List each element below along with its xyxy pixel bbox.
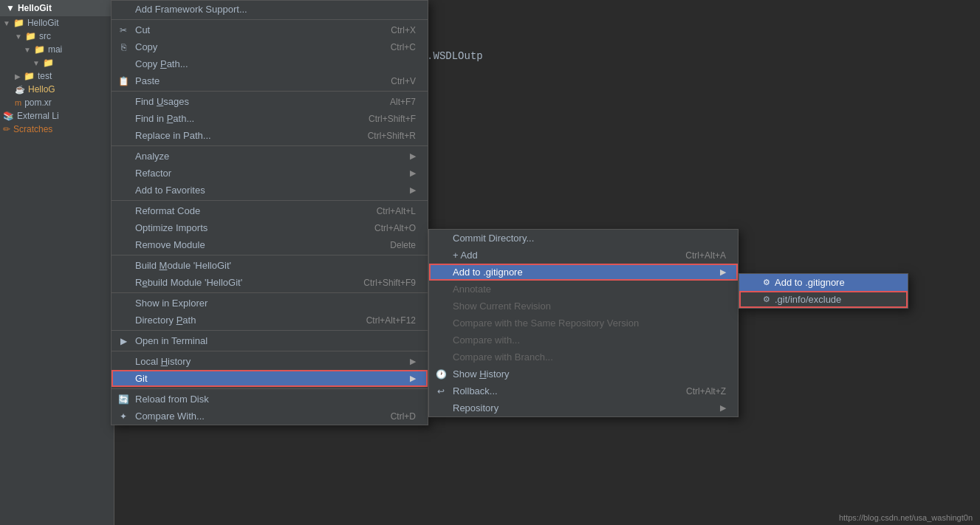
copy-icon: ⎘ bbox=[116, 42, 131, 52]
shortcut-label: Delete bbox=[390, 240, 416, 250]
sidebar-item-scratches[interactable]: ✏ Scratches bbox=[0, 123, 114, 136]
menu-item-label: Reload from Disk bbox=[135, 394, 416, 405]
shortcut-label: Ctrl+Shift+F bbox=[369, 114, 416, 124]
menu-item-label: Refactor bbox=[135, 168, 410, 179]
menu-paste[interactable]: 📋 Paste Ctrl+V bbox=[112, 72, 428, 89]
item-label: HelloGit bbox=[27, 18, 59, 28]
menu-cut[interactable]: ✂ Cut Ctrl+X bbox=[112, 21, 428, 38]
menu-copy-path[interactable]: Copy Path... bbox=[112, 55, 428, 72]
history-icon: 🕐 bbox=[434, 369, 448, 380]
link-text: https://blog.csdn.net/usa_washingt0n bbox=[839, 513, 973, 522]
sidebar-item-hellog[interactable]: ☕ HelloG bbox=[0, 83, 114, 96]
menu-item-label: Analyze bbox=[135, 151, 410, 162]
bottom-link: https://blog.csdn.net/usa_washingt0n bbox=[839, 513, 973, 522]
menu-item-label: Replace in Path... bbox=[135, 130, 346, 141]
menu-item-label: Show History bbox=[453, 368, 726, 380]
item-label: pom.xr bbox=[24, 97, 52, 108]
menu-item-label: Rebuild Module 'HelloGit' bbox=[135, 277, 341, 288]
shortcut-label: Ctrl+C bbox=[391, 42, 416, 52]
sidebar-item-pom[interactable]: m pom.xr bbox=[0, 96, 114, 109]
item-label: mai bbox=[48, 44, 62, 55]
sidebar-item-sub[interactable]: ▼ 📁 bbox=[0, 56, 114, 69]
menu-reload-disk[interactable]: 🔄 Reload from Disk bbox=[112, 391, 428, 408]
rollback-icon: ↩ bbox=[434, 386, 448, 397]
shortcut-label: Ctrl+Shift+R bbox=[368, 131, 416, 141]
menu-item-label: Compare With... bbox=[135, 411, 369, 422]
menu-build-module[interactable]: Build Module 'HelloGit' bbox=[112, 257, 428, 274]
git-rollback[interactable]: ↩ Rollback... Ctrl+Alt+Z bbox=[429, 382, 738, 399]
git-annotate: Annotate bbox=[429, 281, 738, 298]
terminal-icon: ▶ bbox=[116, 336, 131, 346]
git-add[interactable]: + Add Ctrl+Alt+A bbox=[429, 247, 738, 264]
sidebar-item-src[interactable]: ▼ 📁 src bbox=[0, 30, 114, 43]
git-compare-branch: Compare with Branch... bbox=[429, 349, 738, 366]
gitignore-add-icon: ⚙ bbox=[763, 278, 770, 287]
menu-item-label: Optimize Imports bbox=[135, 222, 352, 233]
menu-remove-module[interactable]: Remove Module Delete bbox=[112, 236, 428, 253]
git-add-gitignore[interactable]: Add to .gitignore ▶ bbox=[429, 264, 738, 281]
menu-directory-path[interactable]: Directory Path Ctrl+Alt+F12 bbox=[112, 312, 428, 329]
folder-icon: 📁 bbox=[25, 31, 36, 41]
menu-add-favorites[interactable]: Add to Favorites ▶ bbox=[112, 182, 428, 199]
menu-copy[interactable]: ⎘ Copy Ctrl+C bbox=[112, 38, 428, 55]
sidebar-item-external[interactable]: 📚 External Li bbox=[0, 109, 114, 123]
menu-item-label: Local History bbox=[135, 356, 410, 367]
menu-analyze[interactable]: Analyze ▶ bbox=[112, 148, 428, 165]
menu-replace-in-path[interactable]: Replace in Path... Ctrl+Shift+R bbox=[112, 127, 428, 144]
git-commit-directory[interactable]: Commit Directory... bbox=[429, 230, 738, 247]
menu-add-framework[interactable]: Add Framework Support... bbox=[112, 1, 428, 18]
git-compare-same: Compare with the Same Repository Version bbox=[429, 315, 738, 332]
menu-item-label: Commit Directory... bbox=[453, 233, 726, 244]
shortcut-label: Alt+F7 bbox=[390, 97, 416, 107]
reload-icon: 🔄 bbox=[116, 394, 131, 405]
menu-find-usages[interactable]: Find Usages Alt+F7 bbox=[112, 93, 428, 110]
folder-icon: 📚 bbox=[3, 111, 14, 121]
gitignore-add[interactable]: ⚙ Add to .gitignore bbox=[739, 274, 908, 291]
shortcut-label: Ctrl+D bbox=[391, 411, 416, 422]
gitignore-submenu: ⚙ Add to .gitignore ⚙ .git/info/exclude bbox=[739, 273, 908, 309]
menu-item-label: Show in Explorer bbox=[135, 298, 416, 309]
menu-item-label: Open in Terminal bbox=[135, 335, 416, 346]
shortcut-label: Ctrl+Alt+F12 bbox=[366, 315, 416, 326]
menu-find-in-path[interactable]: Find in Path... Ctrl+Shift+F bbox=[112, 110, 428, 127]
cut-icon: ✂ bbox=[116, 25, 131, 35]
menu-open-terminal[interactable]: ▶ Open in Terminal bbox=[112, 332, 428, 349]
menu-git[interactable]: Git ▶ bbox=[112, 370, 428, 387]
menu-reformat[interactable]: Reformat Code Ctrl+Alt+L bbox=[112, 202, 428, 219]
menu-rebuild-module[interactable]: Rebuild Module 'HelloGit' Ctrl+Shift+F9 bbox=[112, 274, 428, 291]
java-file-icon: ☕ bbox=[15, 85, 25, 95]
item-label: test bbox=[38, 71, 52, 81]
folder-icon: 📁 bbox=[13, 18, 24, 28]
menu-item-label: Show Current Revision bbox=[453, 301, 726, 312]
menu-compare-with[interactable]: ✦ Compare With... Ctrl+D bbox=[112, 408, 428, 425]
menu-local-history[interactable]: Local History ▶ bbox=[112, 353, 428, 370]
sidebar-item-test[interactable]: ▶ 📁 test bbox=[0, 69, 114, 83]
arrow-icon: ▼ bbox=[15, 32, 22, 41]
menu-item-label: Add to Favorites bbox=[135, 185, 410, 196]
menu-item-label: Compare with... bbox=[453, 334, 726, 346]
project-sidebar: ▼ HelloGit ▼ 📁 HelloGit ▼ 📁 src ▼ 📁 mai … bbox=[0, 0, 114, 525]
item-label: Scratches bbox=[13, 124, 52, 134]
arrow-icon: ▼ bbox=[3, 19, 10, 27]
sidebar-item-mai[interactable]: ▼ 📁 mai bbox=[0, 43, 114, 56]
sidebar-item-helloit[interactable]: ▼ 📁 HelloGit bbox=[0, 16, 114, 30]
menu-item-label: + Add bbox=[453, 250, 663, 261]
menu-item-label: Copy bbox=[135, 41, 369, 52]
menu-item-label: Find in Path... bbox=[135, 113, 346, 124]
collapse-arrow[interactable]: ▼ bbox=[6, 3, 15, 13]
submenu-arrow-icon: ▶ bbox=[720, 267, 726, 277]
menu-item-label: Add to .gitignore bbox=[453, 267, 720, 278]
menu-optimize-imports[interactable]: Optimize Imports Ctrl+Alt+O bbox=[112, 219, 428, 236]
git-repository[interactable]: Repository ▶ bbox=[429, 399, 738, 416]
item-label: HelloG bbox=[28, 84, 55, 95]
git-show-history[interactable]: 🕐 Show History bbox=[429, 366, 738, 382]
gitignore-exclude[interactable]: ⚙ .git/info/exclude bbox=[739, 291, 908, 308]
scratches-icon: ✏ bbox=[3, 124, 10, 134]
menu-item-label: Copy Path... bbox=[135, 58, 416, 69]
paste-icon: 📋 bbox=[116, 76, 131, 86]
menu-show-in-explorer[interactable]: Show in Explorer bbox=[112, 295, 428, 312]
menu-refactor[interactable]: Refactor ▶ bbox=[112, 165, 428, 182]
shortcut-label: Ctrl+Alt+O bbox=[374, 223, 416, 233]
folder-icon: 📁 bbox=[43, 58, 54, 68]
folder-icon: 📁 bbox=[34, 44, 45, 55]
